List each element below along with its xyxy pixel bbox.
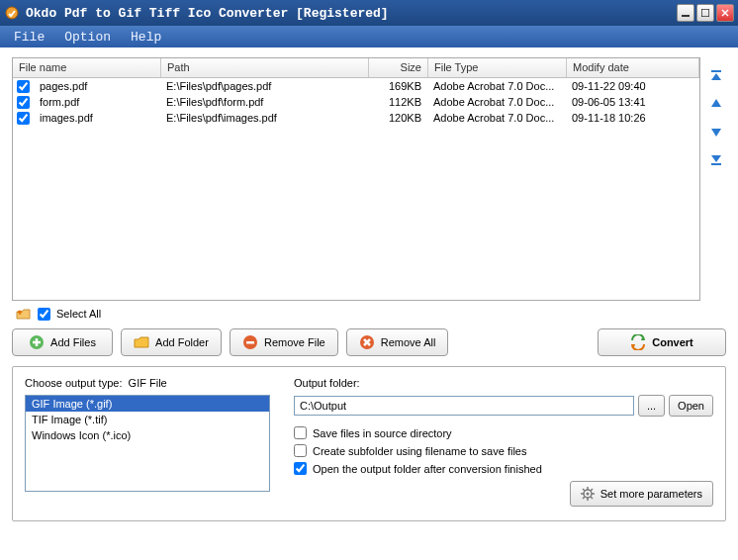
col-header-date[interactable]: Modify date [567,58,699,77]
col-header-size[interactable]: Size [369,58,428,77]
save-source-checkbox[interactable] [294,426,307,439]
file-table: File name Path Size File Type Modify dat… [12,57,700,301]
svg-rect-1 [682,15,690,17]
col-header-type[interactable]: File Type [428,58,567,77]
create-subfolder-checkbox[interactable] [294,444,307,457]
svg-rect-7 [246,341,254,344]
file-list-area: File name Path Size File Type Modify dat… [12,57,726,301]
add-folder-button[interactable]: Add Folder [121,328,222,356]
output-folder-row: ... Open [294,395,713,417]
table-row[interactable]: pages.pdfE:\Files\pdf\pages.pdf169KBAdob… [13,78,699,94]
svg-rect-4 [711,163,721,165]
output-type-list[interactable]: GIF Image (*.gif)TIF Image (*.tif)Window… [25,395,270,492]
add-files-label: Add Files [50,336,96,348]
minus-icon [242,334,258,350]
output-folder-section: Output folder: ... Open Save files in so… [294,377,713,507]
menu-file[interactable]: File [6,28,52,47]
set-more-parameters-button[interactable]: Set more parameters [570,481,713,507]
output-type-section: Choose output type: GIF File GIF Image (… [25,377,270,507]
output-folder-input[interactable] [294,396,634,416]
row-checkbox[interactable] [17,96,30,109]
move-down-icon[interactable] [709,125,723,139]
options-panel: Choose output type: GIF File GIF Image (… [12,366,726,521]
open-after-checkbox[interactable] [294,462,307,475]
cell-path: E:\Files\pdf\pages.pdf [160,79,368,93]
set-more-label: Set more parameters [600,488,702,500]
table-row[interactable]: images.pdfE:\Files\pdf\images.pdf120KBAd… [13,110,699,126]
svg-point-0 [6,7,18,19]
cell-size: 112KB [368,95,427,109]
select-all-row: Select All [16,307,726,321]
maximize-button[interactable] [696,4,714,22]
window-controls [677,4,734,22]
cell-path: E:\Files\pdf\images.pdf [160,111,368,125]
add-files-button[interactable]: Add Files [12,328,113,356]
move-top-icon[interactable] [709,69,723,83]
col-header-path[interactable]: Path [161,58,369,77]
svg-line-18 [583,497,585,499]
choose-prefix: Choose output type: [25,377,122,389]
reorder-arrows [706,57,726,301]
add-folder-label: Add Folder [155,336,209,348]
plus-icon [29,334,45,350]
move-up-icon[interactable] [709,97,723,111]
cell-name: images.pdf [34,111,160,125]
remove-file-label: Remove File [264,336,325,348]
browse-button[interactable]: ... [638,395,665,417]
table-body: pages.pdfE:\Files\pdf\pages.pdf169KBAdob… [13,78,699,126]
output-type-item[interactable]: Windows Icon (*.ico) [26,427,269,443]
cell-date: 09-06-05 13:41 [566,95,699,109]
create-subfolder-row: Create subfolder using filename to save … [294,444,713,457]
table-row[interactable]: form.pdfE:\Files\pdf\form.pdf112KBAdobe … [13,94,699,110]
minimize-button[interactable] [677,4,694,22]
svg-point-10 [586,493,589,496]
cell-type: Adobe Acrobat 7.0 Doc... [427,111,566,125]
create-subfolder-label: Create subfolder using filename to save … [313,445,526,457]
convert-label: Convert [652,336,693,348]
convert-icon [630,334,646,350]
open-after-row: Open the output folder after conversion … [294,462,713,475]
gear-icon [581,487,595,501]
remove-file-button[interactable]: Remove File [230,328,338,356]
menubar: File Option Help [0,26,738,47]
choose-output-type-label: Choose output type: GIF File [25,377,270,389]
window-title: Okdo Pdf to Gif Tiff Ico Converter [Regi… [26,6,677,21]
cell-type: Adobe Acrobat 7.0 Doc... [427,95,566,109]
action-button-row: Add Files Add Folder Remove File Remove … [12,328,726,356]
svg-line-16 [591,497,593,499]
convert-button[interactable]: Convert [598,328,726,356]
menu-option[interactable]: Option [56,28,119,47]
remove-all-icon [359,334,375,350]
row-checkbox[interactable] [17,80,30,93]
open-after-label: Open the output folder after conversion … [313,463,542,475]
menu-help[interactable]: Help [123,28,169,47]
remove-all-button[interactable]: Remove All [346,328,449,356]
svg-line-15 [583,489,585,491]
row-checkbox[interactable] [17,112,30,125]
output-type-item[interactable]: TIF Image (*.tif) [26,412,269,427]
folder-up-icon[interactable] [16,307,32,321]
cell-name: pages.pdf [34,79,160,93]
app-icon [4,5,20,21]
cell-name: form.pdf [34,95,160,109]
output-type-item[interactable]: GIF Image (*.gif) [26,396,269,412]
folder-icon [134,334,149,350]
table-header: File name Path Size File Type Modify dat… [13,58,699,78]
output-folder-label: Output folder: [294,377,713,389]
move-bottom-icon[interactable] [709,152,723,166]
remove-all-label: Remove All [381,336,436,348]
svg-line-17 [591,489,593,491]
titlebar: Okdo Pdf to Gif Tiff Ico Converter [Regi… [0,0,738,26]
save-source-row: Save files in source directory [294,426,713,439]
cell-size: 120KB [368,111,427,125]
svg-rect-3 [711,70,721,72]
close-button[interactable] [716,4,734,22]
select-all-checkbox[interactable] [38,308,50,321]
select-all-label: Select All [56,308,101,320]
choose-current: GIF File [129,377,167,389]
col-header-name[interactable]: File name [13,58,161,77]
cell-date: 09-11-18 10:26 [566,111,699,125]
open-button[interactable]: Open [669,395,713,417]
cell-path: E:\Files\pdf\form.pdf [160,95,368,109]
svg-rect-2 [701,9,709,17]
